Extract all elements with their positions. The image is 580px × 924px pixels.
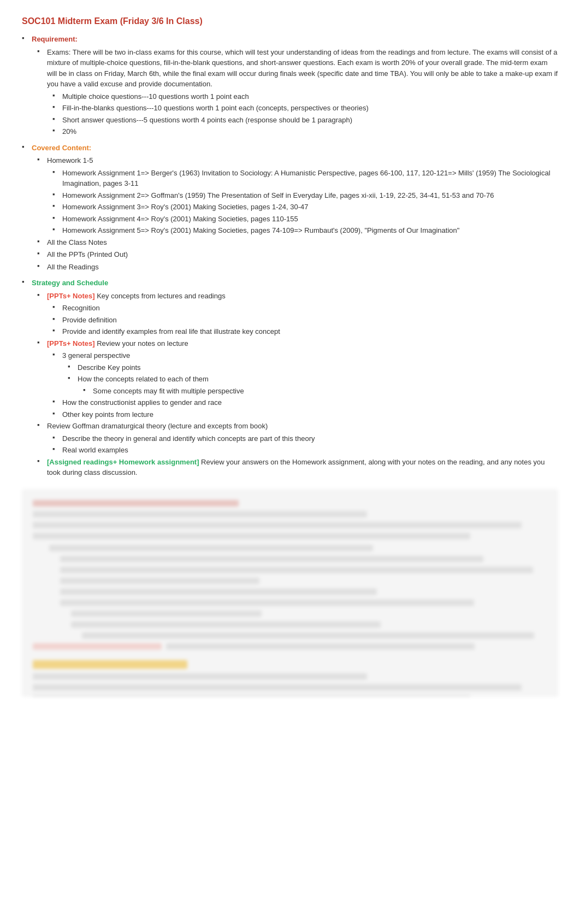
- page-title: SOC101 Midterm Exam (Friday 3/6 In Class…: [22, 16, 558, 26]
- ppts-notes-bracket-2: [PPTs+ Notes]: [47, 339, 95, 348]
- describe-theory-text: Describe the theory in general and ident…: [62, 433, 558, 444]
- some-concepts-text: Some concepts may fit with multiple pers…: [93, 386, 558, 397]
- constructionist-text: How the constructionist applies to gende…: [62, 397, 558, 408]
- bullet: ▪: [22, 34, 32, 42]
- covered-content-section: ▪ Covered Content: ▪ Homework 1-5 ▪ Home…: [22, 143, 558, 273]
- bullet: ▪: [52, 409, 62, 417]
- bullet: ▪: [37, 237, 47, 245]
- strategy-label: Strategy and Schedule: [32, 279, 108, 287]
- bullet: ▪: [52, 445, 62, 453]
- bullet: ▪: [52, 397, 62, 405]
- class-notes-text: All the Class Notes: [47, 237, 558, 248]
- strategy-item-4: [Assigned readings+ Homework assignment]…: [47, 457, 558, 478]
- describe-key-points-text: Describe Key points: [78, 362, 558, 373]
- strategy-section: ▪ Strategy and Schedule ▪ [PPTs+ Notes] …: [22, 278, 558, 478]
- homework-1-5-label: Homework 1-5: [47, 155, 558, 166]
- bullet: ▪: [68, 374, 78, 382]
- strategy-item-1: [PPTs+ Notes] Key concepts from lectures…: [47, 291, 558, 302]
- bullet: ▪: [37, 457, 47, 465]
- bullet: ▪: [37, 338, 47, 346]
- bullet: ▪: [37, 262, 47, 270]
- strategy-item-2-text: Review your notes on lecture: [95, 339, 188, 348]
- bullet: ▪: [52, 433, 62, 442]
- bullet: ▪: [22, 278, 32, 286]
- bullet: ▪: [52, 303, 62, 311]
- hw1-text: Homework Assignment 1=> Berger's (1963) …: [62, 168, 558, 189]
- bullet: ▪: [52, 214, 62, 222]
- real-world-text: Real world examples: [62, 445, 558, 456]
- bullet: ▪: [52, 190, 62, 198]
- fill-blanks-text: Fill-in-the-blanks questions---10 questi…: [62, 103, 558, 114]
- requirement-label: Requirement:: [32, 35, 78, 43]
- bullet: ▪: [52, 126, 62, 134]
- strategy-item-1-text: Key concepts from lectures and readings: [95, 292, 226, 300]
- concepts-related-text: How the concepts related to each of them: [78, 374, 558, 385]
- bullet: ▪: [52, 103, 62, 111]
- blurred-content: [22, 489, 558, 697]
- bullet: ▪: [37, 291, 47, 299]
- bullet: ▪: [68, 362, 78, 370]
- bullet: ▪: [52, 315, 62, 323]
- strategy-item-2: [PPTs+ Notes] Review your notes on lectu…: [47, 338, 558, 349]
- assigned-readings-bracket: [Assigned readings+ Homework assignment]: [47, 458, 199, 466]
- hw4-text: Homework Assignment 4=> Roy's (2001) Mak…: [62, 214, 558, 225]
- hw2-text: Homework Assignment 2=> Goffman's (1959)…: [62, 190, 558, 201]
- recognition-text: Recognition: [62, 303, 558, 314]
- bullet: ▪: [37, 47, 47, 55]
- provide-definition-text: Provide definition: [62, 315, 558, 326]
- goffman-review-text: Review Goffman dramaturgical theory (lec…: [47, 421, 558, 432]
- readings-text: All the Readings: [47, 262, 558, 273]
- bullet: ▪: [52, 326, 62, 334]
- bullet: ▪: [22, 143, 32, 151]
- bullet: ▪: [52, 350, 62, 358]
- bullet: ▪: [52, 225, 62, 233]
- hw3-text: Homework Assignment 3=> Roy's (2001) Mak…: [62, 202, 558, 213]
- bullet: ▪: [52, 168, 62, 176]
- bullet: ▪: [37, 249, 47, 257]
- ppts-text: All the PPTs (Printed Out): [47, 249, 558, 260]
- multiple-choice-text: Multiple choice questions---10 questions…: [62, 91, 558, 102]
- exams-text: Exams: There will be two in-class exams …: [47, 47, 558, 90]
- ppts-notes-bracket-1: [PPTs+ Notes]: [47, 292, 95, 300]
- bullet: ▪: [52, 115, 62, 123]
- bullet: ▪: [52, 91, 62, 99]
- short-answer-text: Short answer questions---5 questions wor…: [62, 115, 558, 126]
- covered-content-label: Covered Content:: [32, 144, 91, 152]
- bullet: ▪: [83, 386, 93, 394]
- general-perspective-text: 3 general perspective: [62, 350, 558, 361]
- hw5-text: Homework Assignment 5=> Roy's (2001) Mak…: [62, 225, 558, 236]
- percent-text: 20%: [62, 126, 558, 137]
- bullet: ▪: [37, 421, 47, 429]
- requirement-section: ▪ Requirement: ▪ Exams: There will be tw…: [22, 34, 558, 137]
- bullet: ▪: [52, 202, 62, 210]
- bullet: ▪: [37, 155, 47, 163]
- provide-identify-text: Provide and identify examples from real …: [62, 326, 558, 337]
- other-key-points-text: Other key points from lecture: [62, 409, 558, 420]
